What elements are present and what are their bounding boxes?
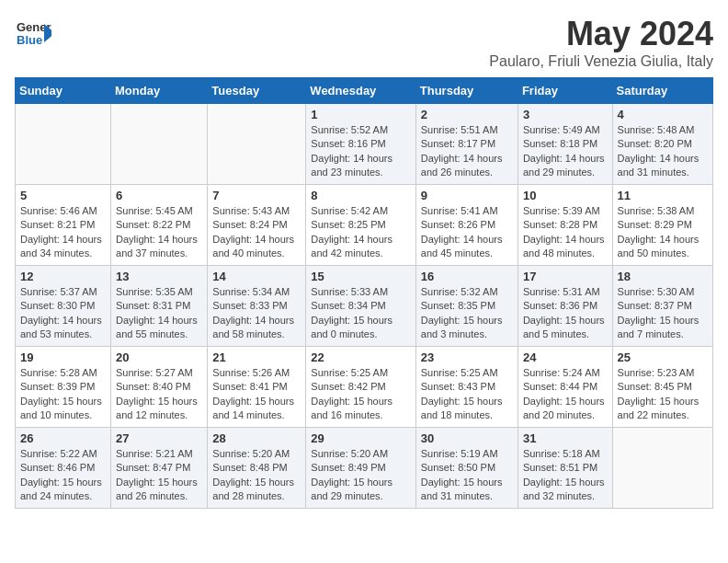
daylight-text: Daylight: 15 hours and 12 minutes. bbox=[116, 395, 202, 423]
sunrise-text: Sunrise: 5:42 AM bbox=[311, 204, 410, 218]
day-header-thursday: Thursday bbox=[415, 78, 518, 104]
day-cell-16: 16Sunrise: 5:32 AMSunset: 8:35 PMDayligh… bbox=[415, 266, 518, 347]
day-cell-7: 7Sunrise: 5:43 AMSunset: 8:24 PMDaylight… bbox=[208, 185, 306, 266]
day-info: Sunrise: 5:41 AMSunset: 8:26 PMDaylight:… bbox=[421, 204, 513, 261]
daylight-text: Daylight: 15 hours and 29 minutes. bbox=[311, 476, 410, 504]
sunrise-text: Sunrise: 5:25 AM bbox=[311, 366, 410, 380]
sunset-text: Sunset: 8:47 PM bbox=[116, 461, 202, 475]
day-number: 25 bbox=[618, 350, 708, 364]
day-number: 17 bbox=[523, 270, 608, 283]
day-number: 29 bbox=[311, 431, 410, 445]
sunset-text: Sunset: 8:37 PM bbox=[618, 299, 708, 313]
daylight-text: Daylight: 15 hours and 22 minutes. bbox=[618, 395, 708, 423]
daylight-text: Daylight: 15 hours and 0 minutes. bbox=[311, 314, 410, 342]
sunrise-text: Sunrise: 5:49 AM bbox=[523, 123, 608, 137]
daylight-text: Daylight: 15 hours and 26 minutes. bbox=[116, 476, 202, 504]
day-number: 6 bbox=[116, 189, 202, 202]
day-number: 26 bbox=[20, 431, 106, 445]
day-number: 4 bbox=[618, 108, 708, 121]
daylight-text: Daylight: 15 hours and 16 minutes. bbox=[311, 395, 410, 423]
logo-icon: General Blue bbox=[15, 15, 51, 52]
day-number: 24 bbox=[523, 350, 608, 364]
sunrise-text: Sunrise: 5:45 AM bbox=[116, 204, 202, 218]
day-info: Sunrise: 5:32 AMSunset: 8:35 PMDaylight:… bbox=[421, 285, 513, 342]
sunset-text: Sunset: 8:21 PM bbox=[20, 218, 106, 232]
sunset-text: Sunset: 8:36 PM bbox=[523, 299, 608, 313]
daylight-text: Daylight: 14 hours and 26 minutes. bbox=[421, 152, 513, 180]
daylight-text: Daylight: 15 hours and 31 minutes. bbox=[421, 476, 513, 504]
sunrise-text: Sunrise: 5:35 AM bbox=[116, 285, 202, 299]
sunrise-text: Sunrise: 5:48 AM bbox=[618, 123, 708, 137]
day-info: Sunrise: 5:26 AMSunset: 8:41 PMDaylight:… bbox=[212, 366, 301, 423]
day-cell-8: 8Sunrise: 5:42 AMSunset: 8:25 PMDaylight… bbox=[306, 185, 415, 266]
week-row-5: 26Sunrise: 5:22 AMSunset: 8:46 PMDayligh… bbox=[16, 428, 713, 509]
daylight-text: Daylight: 15 hours and 3 minutes. bbox=[421, 314, 513, 342]
day-info: Sunrise: 5:28 AMSunset: 8:39 PMDaylight:… bbox=[20, 366, 106, 423]
daylight-text: Daylight: 14 hours and 34 minutes. bbox=[20, 233, 106, 261]
sunset-text: Sunset: 8:41 PM bbox=[212, 380, 301, 394]
daylight-text: Daylight: 14 hours and 53 minutes. bbox=[20, 314, 106, 342]
day-cell-30: 30Sunrise: 5:19 AMSunset: 8:50 PMDayligh… bbox=[415, 428, 518, 509]
sunset-text: Sunset: 8:29 PM bbox=[618, 218, 708, 232]
day-number: 30 bbox=[421, 431, 513, 445]
empty-cell bbox=[16, 104, 111, 185]
day-info: Sunrise: 5:20 AMSunset: 8:48 PMDaylight:… bbox=[212, 447, 301, 504]
day-cell-14: 14Sunrise: 5:34 AMSunset: 8:33 PMDayligh… bbox=[208, 266, 306, 347]
sunrise-text: Sunrise: 5:34 AM bbox=[212, 285, 301, 299]
sunrise-text: Sunrise: 5:21 AM bbox=[116, 447, 202, 461]
sunrise-text: Sunrise: 5:39 AM bbox=[523, 204, 608, 218]
day-cell-17: 17Sunrise: 5:31 AMSunset: 8:36 PMDayligh… bbox=[518, 266, 612, 347]
empty-cell bbox=[111, 104, 208, 185]
day-number: 11 bbox=[618, 189, 708, 202]
sunset-text: Sunset: 8:43 PM bbox=[421, 380, 513, 394]
sunset-text: Sunset: 8:44 PM bbox=[523, 380, 608, 394]
day-cell-15: 15Sunrise: 5:33 AMSunset: 8:34 PMDayligh… bbox=[306, 266, 415, 347]
day-cell-29: 29Sunrise: 5:20 AMSunset: 8:49 PMDayligh… bbox=[306, 428, 415, 509]
day-number: 14 bbox=[212, 270, 301, 283]
daylight-text: Daylight: 15 hours and 7 minutes. bbox=[618, 314, 708, 342]
day-info: Sunrise: 5:27 AMSunset: 8:40 PMDaylight:… bbox=[116, 366, 202, 423]
empty-cell bbox=[208, 104, 306, 185]
day-number: 18 bbox=[618, 270, 708, 283]
day-info: Sunrise: 5:25 AMSunset: 8:43 PMDaylight:… bbox=[421, 366, 513, 423]
day-info: Sunrise: 5:21 AMSunset: 8:47 PMDaylight:… bbox=[116, 447, 202, 504]
day-info: Sunrise: 5:51 AMSunset: 8:17 PMDaylight:… bbox=[421, 123, 513, 180]
sunrise-text: Sunrise: 5:27 AM bbox=[116, 366, 202, 380]
week-row-2: 5Sunrise: 5:46 AMSunset: 8:21 PMDaylight… bbox=[16, 185, 713, 266]
day-cell-25: 25Sunrise: 5:23 AMSunset: 8:45 PMDayligh… bbox=[612, 347, 712, 428]
day-number: 2 bbox=[421, 108, 513, 121]
sunrise-text: Sunrise: 5:20 AM bbox=[311, 447, 410, 461]
day-info: Sunrise: 5:52 AMSunset: 8:16 PMDaylight:… bbox=[311, 123, 410, 180]
day-info: Sunrise: 5:33 AMSunset: 8:34 PMDaylight:… bbox=[311, 285, 410, 342]
day-cell-4: 4Sunrise: 5:48 AMSunset: 8:20 PMDaylight… bbox=[612, 104, 712, 185]
sunset-text: Sunset: 8:25 PM bbox=[311, 218, 410, 232]
sunrise-text: Sunrise: 5:30 AM bbox=[618, 285, 708, 299]
logo: General Blue bbox=[15, 15, 51, 52]
empty-cell bbox=[612, 428, 712, 509]
daylight-text: Daylight: 14 hours and 58 minutes. bbox=[212, 314, 301, 342]
day-header-wednesday: Wednesday bbox=[306, 78, 415, 104]
day-cell-10: 10Sunrise: 5:39 AMSunset: 8:28 PMDayligh… bbox=[518, 185, 612, 266]
sunrise-text: Sunrise: 5:26 AM bbox=[212, 366, 301, 380]
daylight-text: Daylight: 14 hours and 50 minutes. bbox=[618, 233, 708, 261]
sunset-text: Sunset: 8:30 PM bbox=[20, 299, 106, 313]
day-info: Sunrise: 5:20 AMSunset: 8:49 PMDaylight:… bbox=[311, 447, 410, 504]
sunset-text: Sunset: 8:40 PM bbox=[116, 380, 202, 394]
daylight-text: Daylight: 15 hours and 24 minutes. bbox=[20, 476, 106, 504]
week-row-4: 19Sunrise: 5:28 AMSunset: 8:39 PMDayligh… bbox=[16, 347, 713, 428]
day-cell-1: 1Sunrise: 5:52 AMSunset: 8:16 PMDaylight… bbox=[306, 104, 415, 185]
main-title: May 2024 bbox=[489, 15, 713, 53]
day-number: 27 bbox=[116, 431, 202, 445]
day-info: Sunrise: 5:38 AMSunset: 8:29 PMDaylight:… bbox=[618, 204, 708, 261]
daylight-text: Daylight: 15 hours and 32 minutes. bbox=[523, 476, 608, 504]
day-cell-5: 5Sunrise: 5:46 AMSunset: 8:21 PMDaylight… bbox=[16, 185, 111, 266]
day-number: 31 bbox=[523, 431, 608, 445]
daylight-text: Daylight: 15 hours and 20 minutes. bbox=[523, 395, 608, 423]
day-info: Sunrise: 5:48 AMSunset: 8:20 PMDaylight:… bbox=[618, 123, 708, 180]
sunset-text: Sunset: 8:49 PM bbox=[311, 461, 410, 475]
sunset-text: Sunset: 8:16 PM bbox=[311, 137, 410, 151]
day-number: 19 bbox=[20, 350, 106, 364]
sunset-text: Sunset: 8:24 PM bbox=[212, 218, 301, 232]
day-info: Sunrise: 5:42 AMSunset: 8:25 PMDaylight:… bbox=[311, 204, 410, 261]
sunset-text: Sunset: 8:50 PM bbox=[421, 461, 513, 475]
